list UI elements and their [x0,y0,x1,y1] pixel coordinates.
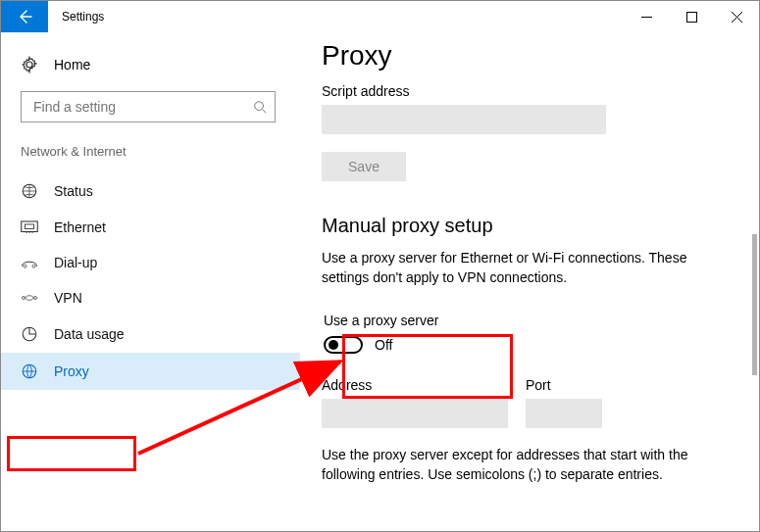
sidebar-home[interactable]: Home [1,52,300,91]
titlebar: Settings [1,1,759,32]
svg-rect-4 [25,224,34,229]
search-field[interactable] [31,98,253,116]
close-icon [732,12,742,23]
sidebar-item-label: Ethernet [54,219,106,235]
port-input[interactable] [526,399,602,428]
svg-rect-3 [22,221,38,232]
port-label: Port [526,377,602,393]
svg-point-8 [34,297,37,300]
sidebar-home-label: Home [54,57,90,73]
scrollbar[interactable] [743,32,759,531]
minimize-button[interactable] [624,1,669,32]
sidebar-item-status[interactable]: Status [1,172,300,210]
manual-proxy-heading: Manual proxy setup [322,215,732,237]
sidebar-item-label: Data usage [54,326,125,342]
svg-point-6 [32,265,35,267]
main-panel: Proxy Script address Save Manual proxy s… [300,32,759,531]
sidebar-category: Network & Internet [1,144,300,172]
sidebar-item-datausage[interactable]: Data usage [1,315,300,353]
manual-proxy-desc: Use a proxy server for Ethernet or Wi-Fi… [322,249,714,287]
address-label: Address [322,377,508,393]
address-input[interactable] [322,399,508,428]
minimize-icon [641,12,652,23]
page-title: Proxy [322,40,732,72]
ethernet-icon [21,220,38,234]
sidebar-item-ethernet[interactable]: Ethernet [1,210,300,245]
save-button[interactable]: Save [322,152,406,181]
sidebar-item-label: Dial-up [54,255,97,270]
sidebar-item-label: Proxy [54,363,89,379]
status-icon [21,182,38,200]
datausage-icon [21,325,38,343]
maximize-button[interactable] [669,1,714,32]
back-button[interactable] [1,1,48,32]
search-icon [253,100,267,114]
search-input[interactable] [21,91,276,122]
svg-point-5 [24,265,26,267]
globe-icon [21,363,38,380]
window-title: Settings [48,1,118,32]
toggle-state: Off [375,337,392,353]
vpn-icon [21,291,38,305]
arrow-left-icon [17,9,32,24]
svg-point-7 [23,297,25,300]
dialup-icon [21,256,38,269]
close-button[interactable] [714,1,759,32]
use-proxy-label: Use a proxy server [324,313,481,328]
gear-icon [21,56,38,73]
maximize-icon [686,12,697,23]
sidebar-item-vpn[interactable]: VPN [1,280,300,315]
svg-rect-0 [686,12,696,22]
svg-point-1 [255,102,264,111]
except-desc: Use the proxy server except for addresse… [322,446,714,484]
sidebar: Home Network & Internet Status Ethernet [1,32,300,531]
sidebar-item-proxy[interactable]: Proxy [1,353,300,390]
script-address-label: Script address [322,83,732,99]
sidebar-item-label: Status [54,183,93,199]
sidebar-item-dialup[interactable]: Dial-up [1,245,300,280]
use-proxy-block: Use a proxy server Off [322,303,492,363]
script-address-input[interactable] [322,105,606,134]
use-proxy-toggle[interactable] [324,336,363,354]
scrollbar-thumb[interactable] [752,234,757,375]
sidebar-item-label: VPN [54,290,82,306]
